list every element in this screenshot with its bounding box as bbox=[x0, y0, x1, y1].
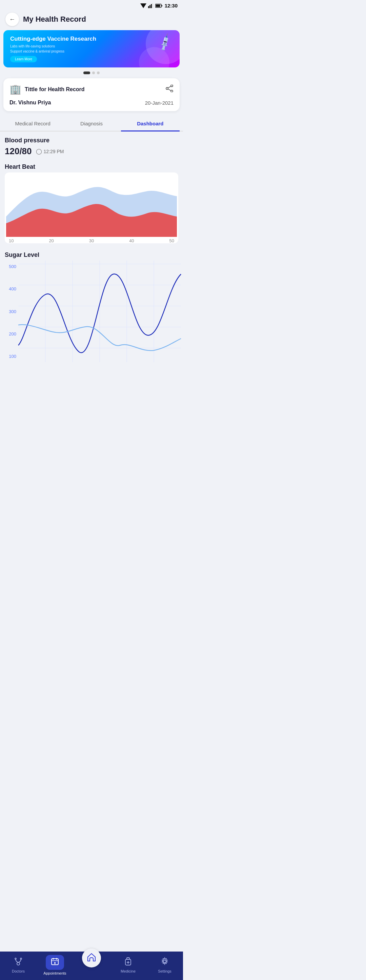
dot-3 bbox=[97, 72, 100, 74]
y-label-500: 500 bbox=[5, 264, 16, 269]
sugar-label: Sugar Level bbox=[5, 251, 178, 259]
health-card-title: Tittle for Health Record bbox=[25, 86, 85, 92]
chart-x-labels: 10 20 30 40 50 bbox=[6, 237, 177, 243]
x-label-10: 10 bbox=[9, 238, 14, 243]
blood-pressure-section: Blood pressure 120/80 ◯ 12:29 PM bbox=[5, 137, 178, 157]
banner-learn-more-button[interactable]: Learn More bbox=[10, 56, 37, 62]
card-title-row: 🏢 Tittle for Health Record bbox=[10, 84, 85, 95]
dashboard-content: Blood pressure 120/80 ◯ 12:29 PM Heart B… bbox=[0, 137, 183, 362]
dot-1 bbox=[83, 72, 90, 74]
y-label-400: 400 bbox=[5, 286, 16, 291]
top-bar: ← My Health Record bbox=[0, 10, 183, 30]
record-date: 20-Jan-2021 bbox=[145, 100, 173, 106]
svg-point-8 bbox=[171, 85, 173, 87]
banner: Cutting-edge Vaccine Research Labs with … bbox=[3, 30, 180, 67]
health-record-card: 🏢 Tittle for Health Record Dr. Vishnu Pr… bbox=[3, 78, 180, 111]
doctor-name: Dr. Vishnu Priya bbox=[10, 100, 51, 106]
heartbeat-label: Heart Beat bbox=[5, 163, 178, 170]
sugar-chart-wrapper: 500 400 300 200 100 bbox=[5, 261, 178, 362]
tab-diagnosis[interactable]: Diagnosis bbox=[62, 116, 121, 132]
y-label-200: 200 bbox=[5, 331, 16, 336]
svg-rect-4 bbox=[152, 3, 153, 8]
bp-label: Blood pressure bbox=[5, 137, 178, 144]
back-button[interactable]: ← bbox=[5, 13, 19, 26]
card-footer: Dr. Vishnu Priya 20-Jan-2021 bbox=[10, 100, 173, 106]
x-label-50: 50 bbox=[169, 238, 174, 243]
status-time: 12:30 bbox=[165, 3, 178, 8]
x-label-30: 30 bbox=[89, 238, 94, 243]
status-icons bbox=[140, 3, 163, 8]
sugar-svg bbox=[18, 261, 181, 362]
svg-line-12 bbox=[168, 89, 171, 91]
sugar-section: Sugar Level 500 400 300 200 100 bbox=[5, 251, 178, 362]
page-title: My Health Record bbox=[23, 15, 86, 24]
tabs: Medical Record Diagnosis Dashboard bbox=[0, 116, 183, 132]
svg-point-10 bbox=[166, 88, 168, 89]
svg-rect-3 bbox=[151, 4, 152, 8]
wifi-icon bbox=[140, 3, 146, 8]
banner-title: Cutting-edge Vaccine Research bbox=[10, 36, 173, 42]
x-label-20: 20 bbox=[49, 238, 54, 243]
svg-rect-1 bbox=[148, 6, 149, 8]
svg-rect-2 bbox=[150, 5, 150, 8]
banner-text: Cutting-edge Vaccine Research Labs with … bbox=[10, 36, 173, 62]
back-arrow-icon: ← bbox=[9, 16, 15, 23]
banner-sub2: Support vaccine & antiviral progress bbox=[10, 49, 173, 54]
bp-time-text: 12:29 PM bbox=[44, 149, 64, 154]
sugar-y-labels: 500 400 300 200 100 bbox=[5, 261, 18, 362]
building-icon: 🏢 bbox=[10, 84, 21, 95]
y-label-100: 100 bbox=[5, 354, 16, 359]
svg-rect-7 bbox=[156, 5, 160, 7]
bp-time: ◯ 12:29 PM bbox=[36, 148, 64, 154]
svg-line-11 bbox=[168, 86, 171, 88]
card-header: 🏢 Tittle for Health Record bbox=[10, 84, 173, 95]
bp-value: 120/80 bbox=[5, 146, 32, 157]
battery-icon bbox=[155, 4, 163, 8]
status-bar: 12:30 bbox=[0, 0, 183, 10]
svg-marker-0 bbox=[140, 3, 146, 8]
tab-dashboard[interactable]: Dashboard bbox=[121, 116, 180, 132]
x-label-40: 40 bbox=[129, 238, 134, 243]
bottom-spacer bbox=[0, 369, 183, 399]
heartbeat-svg bbox=[6, 176, 177, 237]
signal-icon bbox=[148, 3, 154, 8]
clock-icon: ◯ bbox=[36, 148, 42, 154]
share-icon[interactable] bbox=[165, 85, 173, 94]
heartbeat-chart: 10 20 30 40 50 bbox=[5, 172, 178, 243]
bp-value-row: 120/80 ◯ 12:29 PM bbox=[5, 146, 178, 157]
banner-dots bbox=[0, 72, 183, 74]
y-label-300: 300 bbox=[5, 309, 16, 314]
heartbeat-section: Heart Beat 10 20 30 40 50 bbox=[5, 163, 178, 243]
banner-sub1: Labs with life-saving solutions bbox=[10, 44, 173, 49]
svg-rect-6 bbox=[161, 5, 162, 6]
dot-2 bbox=[92, 72, 95, 74]
tab-medical-record[interactable]: Medical Record bbox=[3, 116, 62, 132]
svg-point-9 bbox=[171, 90, 173, 92]
